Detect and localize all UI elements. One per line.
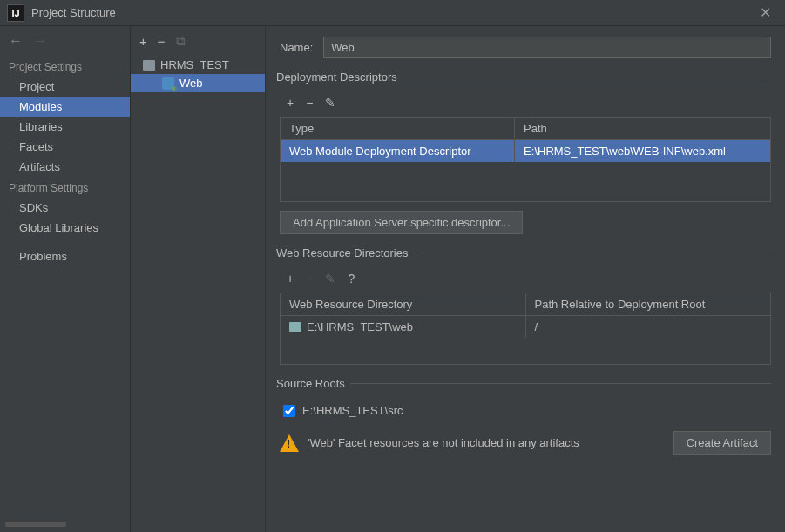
column-relative-path: Path Relative to Deployment Root xyxy=(525,293,771,315)
cell-directory: E:\HRMS_TEST\web xyxy=(281,316,525,338)
sidebar-item-artifacts[interactable]: Artifacts xyxy=(0,157,130,177)
source-roots-group: Source Roots E:\HRMS_TEST\src 'Web' Face… xyxy=(280,377,771,455)
cell-relative-path: / xyxy=(525,316,771,338)
name-input[interactable] xyxy=(323,37,771,58)
window-title: Project Structure xyxy=(31,6,753,19)
help-icon[interactable]: ? xyxy=(348,272,355,286)
add-icon[interactable]: + xyxy=(287,272,294,286)
web-resource-directories-group: Web Resource Directories + − ✎ ? Web Res… xyxy=(280,246,771,365)
warning-message: 'Web' Facet resources are not included i… xyxy=(308,436,665,449)
create-artifact-button[interactable]: Create Artifact xyxy=(673,431,771,455)
web-icon xyxy=(162,77,174,90)
add-icon[interactable]: + xyxy=(139,34,147,49)
edit-icon[interactable]: ✎ xyxy=(325,96,335,110)
scrollbar-horizontal[interactable] xyxy=(5,522,66,527)
folder-icon xyxy=(143,60,155,71)
sidebar-item-global-libraries[interactable]: Global Libraries xyxy=(0,218,130,238)
forward-icon: → xyxy=(33,33,47,49)
warning-icon xyxy=(280,434,299,452)
source-root-label: E:\HRMS_TEST\src xyxy=(302,404,403,417)
back-icon[interactable]: ← xyxy=(9,33,23,49)
module-tree: + − ⧉ HRMS_TEST Web xyxy=(131,26,266,532)
sidebar-item-problems[interactable]: Problems xyxy=(0,246,130,266)
section-header-platform: Platform Settings xyxy=(0,177,130,198)
settings-sidebar: ← → Project Settings Project Modules Lib… xyxy=(0,26,131,532)
column-directory: Web Resource Directory xyxy=(281,293,525,315)
add-server-descriptor-button[interactable]: Add Application Server specific descript… xyxy=(280,211,523,234)
tree-child-label: Web xyxy=(179,77,203,90)
remove-icon[interactable]: − xyxy=(306,96,313,110)
column-type: Type xyxy=(281,118,514,139)
section-header-project: Project Settings xyxy=(0,56,130,77)
web-resource-directories-legend: Web Resource Directories xyxy=(276,246,413,259)
deployment-descriptors-legend: Deployment Descriptors xyxy=(276,71,403,84)
table-row[interactable]: Web Module Deployment Descriptor E:\HRMS… xyxy=(281,140,770,162)
edit-icon: ✎ xyxy=(325,272,335,286)
remove-icon[interactable]: − xyxy=(158,34,166,49)
sidebar-item-libraries[interactable]: Libraries xyxy=(0,117,130,137)
sidebar-item-facets[interactable]: Facets xyxy=(0,137,130,157)
deployment-descriptors-group: Deployment Descriptors + − ✎ Type Path W… xyxy=(280,71,771,234)
add-icon[interactable]: + xyxy=(287,96,294,110)
cell-type: Web Module Deployment Descriptor xyxy=(281,140,514,162)
app-icon: IJ xyxy=(7,4,24,22)
source-root-checkbox[interactable] xyxy=(283,405,295,417)
main-panel: Name: Deployment Descriptors + − ✎ Type … xyxy=(266,26,785,532)
tree-root-label: HRMS_TEST xyxy=(160,58,229,71)
column-path: Path xyxy=(514,118,770,139)
titlebar: IJ Project Structure ✕ xyxy=(0,0,785,26)
remove-icon: − xyxy=(306,272,313,286)
source-roots-legend: Source Roots xyxy=(276,377,350,390)
table-row[interactable]: E:\HRMS_TEST\web / xyxy=(281,316,770,338)
sidebar-item-project[interactable]: Project xyxy=(0,77,130,97)
cell-path: E:\HRMS_TEST\web\WEB-INF\web.xml xyxy=(514,140,770,162)
tree-item-root[interactable]: HRMS_TEST xyxy=(131,56,265,74)
sidebar-item-sdks[interactable]: SDKs xyxy=(0,198,130,218)
close-icon[interactable]: ✕ xyxy=(753,4,778,21)
folder-icon xyxy=(289,322,301,332)
name-label: Name: xyxy=(280,41,313,54)
sidebar-item-modules[interactable]: Modules xyxy=(0,97,130,117)
copy-icon: ⧉ xyxy=(176,33,186,49)
tree-item-web[interactable]: Web xyxy=(131,74,265,92)
